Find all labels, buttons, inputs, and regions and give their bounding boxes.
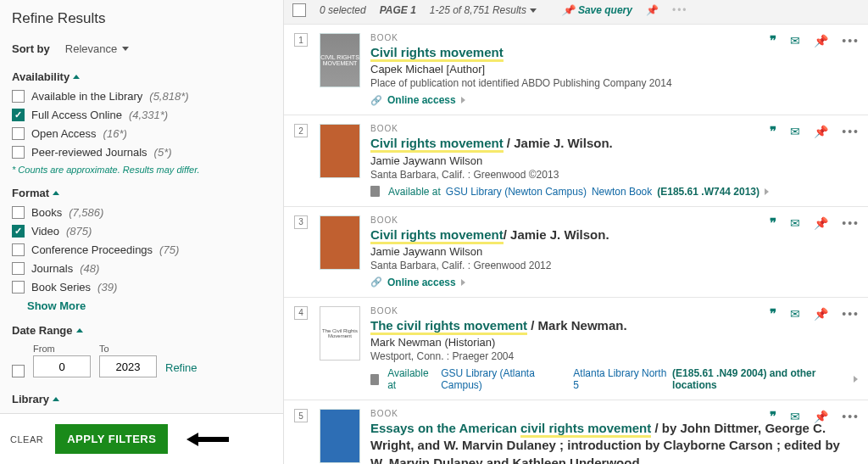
date-range-row: From To Refine [12,344,271,377]
item-title-link[interactable]: Essays on the American civil rights move… [370,420,858,464]
rank-badge: 4 [294,306,308,320]
facet-label[interactable]: Peer-reviewed Journals [31,146,147,159]
facet-count: (16*) [103,127,127,140]
sort-dropdown[interactable]: Relevance [65,42,129,55]
refine-link[interactable]: Refine [165,361,198,374]
cite-icon[interactable]: ❞ [770,409,776,424]
date-from-input[interactable] [33,355,91,377]
pin-icon[interactable]: 📌 [814,307,828,321]
format-section-header[interactable]: Format [12,187,271,199]
item-actions: ❞ ✉ 📌 ••• [770,409,860,424]
facet-label[interactable]: Open Access [31,127,97,140]
facet-label[interactable]: Conference Proceedings [31,243,153,256]
format-checkbox-2[interactable] [12,243,25,256]
results-count-dropdown[interactable]: 1-25 of 8,751 Results [430,4,537,16]
cite-icon[interactable]: ❞ [770,33,776,48]
pin-icon[interactable]: 📌 [814,216,828,230]
cover-thumbnail[interactable]: The Civil Rights Movement [320,306,360,361]
cover-thumbnail[interactable]: CIVIL RIGHTS MOVEMENT [320,33,360,87]
format-checkbox-0[interactable] [12,206,25,219]
facet-row: Available in the Library (5,818*) [12,90,271,103]
save-query-link[interactable]: 📌 Save query [562,4,632,16]
date-range-checkbox[interactable] [12,365,25,377]
library-location-link: GSU Library (Newton Campus) [446,186,587,198]
format-checkbox-3[interactable] [12,262,25,275]
library-icon [370,186,380,197]
access-library-row[interactable]: Available at GSU Library (Newton Campus)… [370,186,858,198]
sort-by-label: Sort by [12,42,50,55]
caret-down-icon [530,8,537,13]
access-online-row[interactable]: 🔗 Online access [370,277,858,288]
facet-count: (5*) [154,146,172,159]
more-icon[interactable]: ••• [842,410,860,423]
rank-badge: 2 [294,124,308,137]
select-all-checkbox[interactable] [292,3,306,17]
library-location-link: GSU Library (Atlanta Campus) [441,367,568,391]
facet-count: (75) [159,243,179,256]
chevron-right-icon [854,376,858,383]
show-more-link[interactable]: Show More [27,299,271,312]
pin-icon[interactable]: 📌 [646,4,659,16]
date-to-label: To [99,344,157,354]
availability-checkbox-3[interactable] [12,146,25,159]
availability-section-header[interactable]: Availability [12,70,271,83]
cite-icon[interactable]: ❞ [770,215,776,231]
more-icon[interactable]: ••• [842,307,860,321]
result-item: 4 The Civil Rights Movement BOOK The civ… [284,297,868,400]
availability-checkbox-0[interactable] [12,90,25,103]
result-item: 5 BOOK Essays on the American civil righ… [284,400,868,464]
library-section-header[interactable]: Library [12,393,271,405]
caret-up-icon [53,191,59,195]
facet-label[interactable]: Book Series [31,281,91,293]
cite-icon[interactable]: ❞ [770,306,776,321]
apply-filters-button[interactable]: APPLY FILTERS [55,424,168,454]
item-actions: ❞ ✉ 📌 ••• [770,124,860,139]
item-publication: Place of publication not identified ABDO… [370,77,858,89]
pin-icon[interactable]: 📌 [814,125,828,138]
caret-down-icon [122,47,129,51]
availability-checkbox-1[interactable] [12,109,25,121]
more-icon[interactable]: ••• [842,125,860,138]
pin-icon[interactable]: 📌 [814,34,828,48]
facet-label[interactable]: Journals [31,262,73,275]
cite-icon[interactable]: ❞ [770,124,776,139]
more-icon[interactable]: ••• [842,216,860,230]
facet-label[interactable]: Books [31,206,62,219]
cover-thumbnail[interactable] [320,215,360,270]
more-icon[interactable]: ••• [672,4,688,16]
rank-badge: 3 [294,215,308,229]
link-icon: 🔗 [370,95,382,106]
chevron-right-icon [461,279,465,286]
email-icon[interactable]: ✉ [790,410,800,423]
more-icon[interactable]: ••• [842,34,860,48]
date-from-label: From [33,344,91,354]
item-actions: ❞ ✉ 📌 ••• [770,215,860,231]
facet-count: (39) [97,281,117,293]
availability-checkbox-2[interactable] [12,127,25,140]
email-icon[interactable]: ✉ [790,307,800,321]
cover-thumbnail[interactable] [320,124,360,178]
format-checkbox-1[interactable] [12,225,25,238]
date-range-section-header[interactable]: Date Range [12,324,271,337]
facet-count: (48) [80,262,99,275]
facet-label[interactable]: Available in the Library [31,90,142,103]
facet-label[interactable]: Video [31,225,59,238]
facet-count: (875) [66,225,92,238]
call-number: (E185.61 .N49 2004) and other locations [672,367,849,391]
pin-icon[interactable]: 📌 [814,410,828,423]
email-icon[interactable]: ✉ [790,125,800,138]
email-icon[interactable]: ✉ [790,216,800,230]
format-checkbox-4[interactable] [12,281,25,293]
email-icon[interactable]: ✉ [790,34,800,48]
date-to-input[interactable] [99,355,157,377]
refine-title: Refine Results [12,10,271,27]
cover-thumbnail[interactable] [320,409,360,463]
facet-row: Journals (48) [12,262,271,275]
item-publication: Santa Barbara, Calif. : Greenwood 2012 [370,260,858,271]
access-online-row[interactable]: 🔗 Online access [370,94,858,106]
clear-button[interactable]: CLEAR [10,434,43,444]
access-library-row[interactable]: Available at GSU Library (Atlanta Campus… [370,367,858,391]
facet-count: (7,586) [69,206,103,219]
facet-label[interactable]: Full Access Online [31,109,122,121]
refine-sidebar: Refine Results Sort by Relevance Availab… [0,0,284,464]
